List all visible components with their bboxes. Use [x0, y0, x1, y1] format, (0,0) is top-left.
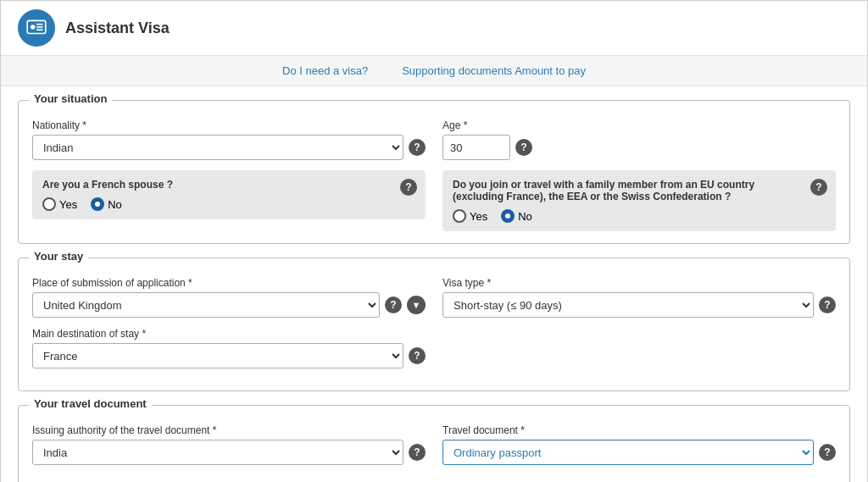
eu-family-box: ? Do you join or travel with a family me…	[442, 170, 836, 231]
french-spouse-no-radio[interactable]	[91, 197, 104, 211]
submission-label: Place of submission of application *	[32, 277, 426, 289]
french-spouse-help-icon[interactable]: ?	[400, 179, 417, 196]
nationality-help-icon[interactable]: ?	[409, 139, 426, 156]
issuing-authority-select[interactable]: India	[32, 440, 403, 465]
eu-family-no-option[interactable]: No	[501, 209, 532, 223]
french-spouse-no-label: No	[108, 198, 122, 211]
nationality-select[interactable]: Indian	[32, 135, 403, 160]
tab-supporting-docs[interactable]: Supporting documents Amount to pay	[385, 56, 603, 86]
main-content: Your situation Nationality * Indian ?	[1, 86, 867, 482]
issuing-authority-label: Issuing authority of the travel document…	[32, 424, 426, 436]
submission-select[interactable]: United Kingdom	[32, 292, 380, 318]
app-logo	[18, 9, 55, 47]
destination-label: Main destination of stay *	[32, 328, 426, 340]
visa-type-label: Visa type *	[442, 277, 836, 289]
eu-family-question: Do you join or travel with a family memb…	[453, 179, 826, 202]
visa-type-help-icon[interactable]: ?	[819, 296, 836, 313]
stay-section-title: Your stay	[29, 250, 88, 263]
nationality-label: Nationality *	[32, 119, 426, 131]
eu-family-yes-option[interactable]: Yes	[453, 209, 487, 223]
visa-type-select[interactable]: Short-stay (≤ 90 days)	[442, 292, 814, 318]
age-help-icon[interactable]: ?	[515, 139, 532, 156]
eu-family-yes-label: Yes	[470, 210, 487, 223]
nav-tabs: Do I need a visa? Supporting documents A…	[1, 56, 867, 86]
eu-family-no-label: No	[518, 210, 532, 223]
stay-section: Your stay Place of submission of applica…	[18, 258, 850, 391]
svg-point-1	[31, 25, 35, 29]
eu-family-help-icon[interactable]: ?	[810, 179, 827, 196]
eu-family-no-radio[interactable]	[501, 209, 515, 223]
issuing-authority-help-icon[interactable]: ?	[409, 444, 426, 461]
situation-section-title: Your situation	[29, 92, 112, 105]
french-spouse-yes-radio[interactable]	[42, 197, 56, 211]
travel-section-title: Your travel document	[29, 397, 152, 410]
french-spouse-box: ? Are you a French spouse ? Yes	[32, 170, 426, 219]
french-spouse-yes-label: Yes	[59, 198, 77, 211]
app-title: Assistant Visa	[65, 19, 170, 37]
destination-help-icon[interactable]: ?	[409, 347, 426, 364]
submission-dropdown-icon[interactable]: ▼	[407, 296, 426, 314]
destination-select[interactable]: France	[32, 343, 403, 368]
french-spouse-yes-option[interactable]: Yes	[42, 197, 77, 211]
age-label: Age *	[442, 119, 836, 131]
submission-help-icon[interactable]: ?	[385, 296, 402, 313]
travel-section: Your travel document Issuing authority o…	[18, 405, 850, 482]
tab-need-visa[interactable]: Do I need a visa?	[265, 56, 385, 86]
eu-family-yes-radio[interactable]	[453, 209, 466, 223]
french-spouse-no-option[interactable]: No	[91, 197, 122, 211]
age-input[interactable]	[442, 135, 510, 160]
travel-doc-help-icon[interactable]: ?	[819, 444, 836, 461]
situation-section: Your situation Nationality * Indian ?	[18, 100, 850, 244]
french-spouse-question: Are you a French spouse ?	[42, 179, 415, 191]
travel-doc-label: Travel document *	[442, 424, 836, 436]
travel-doc-select[interactable]: Ordinary passport	[442, 440, 814, 465]
app-header: Assistant Visa	[1, 1, 867, 56]
